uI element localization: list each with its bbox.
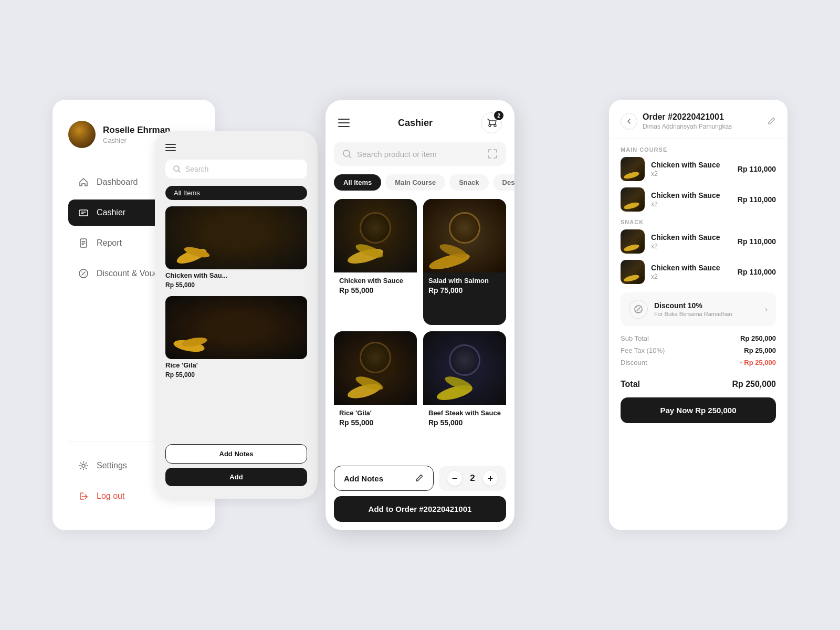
chevron-right-icon: › bbox=[765, 305, 768, 313]
cart-button[interactable]: 2 bbox=[481, 112, 502, 133]
order-items-main-course: Chicken with Sauce x2 Rp 110,000 Chicken… bbox=[609, 157, 788, 212]
back-add-notes-button[interactable]: Add Notes bbox=[165, 444, 307, 464]
order-title-block: Order #20220421001 Dimas Addriansyah Pam… bbox=[643, 112, 732, 130]
order-summary: Sub Total Rp 250,000 Fee Tax (10%) Rp 25… bbox=[609, 334, 788, 389]
sidebar-label-logout: Log out bbox=[97, 491, 124, 501]
back-search-text: Search bbox=[185, 165, 208, 173]
add-to-order-button[interactable]: Add to Order #20220421001 bbox=[334, 496, 506, 522]
tax-value: Rp 25,000 bbox=[744, 346, 776, 354]
food-name-1: Chicken with Sauce bbox=[339, 277, 412, 285]
order-item-price-4: Rp 110,000 bbox=[738, 268, 776, 276]
food-card-2[interactable]: Salad with Salmon Rp 75,000 bbox=[423, 199, 506, 325]
hamburger-icon[interactable] bbox=[165, 144, 176, 151]
section-title-main-course: MAIN COURSE bbox=[609, 139, 788, 157]
sidebar-label-report: Report bbox=[97, 238, 122, 248]
qty-display: 2 bbox=[468, 473, 477, 484]
order-item-price-1: Rp 110,000 bbox=[738, 165, 776, 173]
settings-icon bbox=[78, 460, 89, 471]
sidebar-label-settings: Settings bbox=[97, 461, 127, 470]
section-title-snack: SNACK bbox=[609, 212, 788, 229]
order-item: Chicken with Sauce x2 Rp 110,000 bbox=[621, 229, 776, 254]
qty-decrease-button[interactable]: − bbox=[447, 471, 462, 486]
summary-row-tax: Fee Tax (10%) Rp 25,000 bbox=[621, 346, 776, 354]
add-notes-row: Add Notes − 2 + bbox=[334, 466, 506, 491]
order-item-price-3: Rp 110,000 bbox=[738, 237, 776, 246]
discount-value: - Rp 25,000 bbox=[740, 359, 776, 366]
scan-icon[interactable] bbox=[487, 149, 498, 159]
edit-icon bbox=[414, 474, 424, 483]
menu-icon[interactable] bbox=[338, 119, 350, 127]
discount-label: Discount bbox=[621, 359, 647, 366]
back-filter-all[interactable]: All Items bbox=[165, 186, 307, 200]
back-food-price-2: Rp 55,000 bbox=[165, 371, 307, 379]
back-search-icon bbox=[173, 165, 181, 173]
back-add-order-button[interactable]: Add bbox=[165, 468, 307, 486]
food-card-3[interactable]: Rice 'Gila' Rp 55,000 bbox=[334, 331, 417, 457]
main-header: Cashier 2 bbox=[326, 100, 514, 142]
discount-card[interactable]: Discount 10% For Buka Bersama Ramadhan › bbox=[621, 292, 776, 326]
food-name-3: Rice 'Gila' bbox=[339, 409, 412, 417]
back-food-list: Chicken with Sau... Rp 55,000 Rice 'Gila… bbox=[165, 206, 307, 437]
main-footer: Add Notes − 2 + Add to Order #2022042100… bbox=[326, 457, 514, 530]
order-item: Chicken with Sauce x2 Rp 110,000 bbox=[621, 157, 776, 181]
food-image-3 bbox=[334, 331, 417, 405]
back-food-price-1: Rp 55,000 bbox=[165, 281, 307, 289]
cart-icon bbox=[486, 118, 497, 128]
search-icon bbox=[342, 149, 352, 159]
food-image-4 bbox=[423, 331, 506, 405]
search-input[interactable]: Search product or item bbox=[357, 150, 482, 159]
order-item-name-4: Chicken with Sauce bbox=[651, 264, 731, 272]
order-header-left: Order #20220421001 Dimas Addriansyah Pam… bbox=[621, 112, 732, 130]
qty-increase-button[interactable]: + bbox=[483, 471, 498, 486]
order-items-snack: Chicken with Sauce x2 Rp 110,000 Chicken… bbox=[609, 229, 788, 284]
food-card-1[interactable]: Chicken with Sauce Rp 55,000 bbox=[334, 199, 417, 325]
total-label: Total bbox=[621, 380, 640, 389]
pay-now-button[interactable]: Pay Now Rp 250,000 bbox=[621, 397, 776, 423]
svg-point-3 bbox=[82, 464, 85, 467]
order-item-img-2 bbox=[621, 187, 645, 212]
back-button[interactable] bbox=[621, 113, 637, 130]
order-item-qty-2: x2 bbox=[651, 201, 731, 208]
order-item-info-2: Chicken with Sauce x2 bbox=[651, 191, 731, 208]
order-id: Order #20220421001 bbox=[643, 112, 732, 122]
food-card-info-1: Chicken with Sauce Rp 55,000 bbox=[334, 272, 417, 300]
food-card-info-4: Beef Steak with Sauce Rp 55,000 bbox=[423, 405, 506, 432]
food-image-1 bbox=[334, 199, 417, 272]
logout-icon bbox=[78, 490, 89, 502]
sidebar-label-cashier: Cashier bbox=[97, 208, 125, 217]
summary-row-subtotal: Sub Total Rp 250,000 bbox=[621, 334, 776, 342]
back-food-img-1 bbox=[165, 206, 307, 269]
order-edit-button[interactable] bbox=[766, 117, 776, 126]
total-row: Total Rp 250,000 bbox=[621, 373, 776, 389]
tab-dessert[interactable]: Dessert bbox=[493, 174, 514, 191]
food-price-2: Rp 75,000 bbox=[428, 286, 501, 295]
cart-badge: 2 bbox=[494, 111, 503, 120]
order-item: Chicken with Sauce x2 Rp 110,000 bbox=[621, 187, 776, 212]
cashier-icon bbox=[78, 207, 89, 218]
order-item-info-4: Chicken with Sauce x2 bbox=[651, 264, 731, 280]
order-item-qty-4: x2 bbox=[651, 273, 731, 280]
sidebar-label-dashboard: Dashboard bbox=[97, 177, 138, 187]
report-icon bbox=[78, 237, 89, 249]
add-notes-button[interactable]: Add Notes bbox=[334, 466, 434, 491]
food-grid: Chicken with Sauce Rp 55,000 Salad with … bbox=[326, 199, 514, 457]
svg-rect-0 bbox=[79, 210, 88, 216]
main-panel: Cashier 2 Search product or item All Ite bbox=[326, 100, 514, 530]
food-image-2 bbox=[423, 199, 506, 272]
order-item-name-2: Chicken with Sauce bbox=[651, 191, 731, 200]
tab-all-items[interactable]: All Items bbox=[334, 174, 381, 191]
back-search-bar[interactable]: Search bbox=[165, 160, 307, 178]
list-item[interactable]: Chicken with Sau... Rp 55,000 bbox=[165, 206, 307, 289]
svg-point-5 bbox=[343, 150, 350, 156]
discount-nav-icon bbox=[78, 268, 89, 279]
food-card-info-2: Salad with Salmon Rp 75,000 bbox=[423, 272, 506, 300]
food-card-4[interactable]: Beef Steak with Sauce Rp 55,000 bbox=[423, 331, 506, 457]
tab-snack[interactable]: Snack bbox=[449, 174, 488, 191]
discount-info: Discount 10% For Buka Bersama Ramadhan bbox=[654, 301, 759, 317]
discount-title: Discount 10% bbox=[654, 301, 759, 310]
tab-main-course[interactable]: Main Course bbox=[385, 174, 445, 191]
order-item-info-3: Chicken with Sauce x2 bbox=[651, 233, 731, 250]
order-item-img-4 bbox=[621, 260, 645, 284]
list-item[interactable]: Rice 'Gila' Rp 55,000 bbox=[165, 296, 307, 379]
search-bar[interactable]: Search product or item bbox=[334, 142, 506, 166]
